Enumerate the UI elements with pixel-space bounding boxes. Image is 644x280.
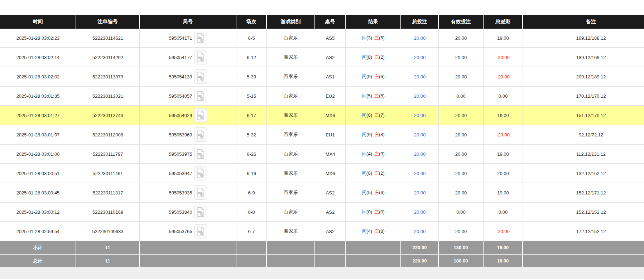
cell-remark: 92.12/72.12 <box>523 125 644 145</box>
table-row[interactable]: 2025-01-28 03:01:07 522230112008 5950539… <box>0 125 644 145</box>
video-replay-button[interactable] <box>194 224 207 238</box>
video-replay-button[interactable] <box>194 89 207 103</box>
table-row[interactable]: 2025-01-28 03:01:35 522230113021 5950540… <box>0 87 644 106</box>
cell-game-type: 百家乐 <box>267 67 315 87</box>
total-bet-value[interactable]: 20.00 <box>414 35 426 41</box>
cell-round-id: 595053935 <box>140 183 236 203</box>
video-replay-button[interactable] <box>194 205 207 219</box>
table-row[interactable]: 2025-01-28 03:01:00 522230111797 5950539… <box>0 145 644 164</box>
result-banker-label: 庄 <box>374 228 379 234</box>
cell-result: 闲(5)庄(6) <box>346 183 401 203</box>
total-bet-value[interactable]: 20.00 <box>414 229 426 234</box>
cell-total-bet: 20.00 <box>401 164 439 183</box>
cell-total-bet: 20.00 <box>401 29 439 48</box>
remark-value: 170.12/170.12 <box>576 93 606 99</box>
cell-valid-bet: 20.00 <box>439 183 484 203</box>
total-bet-value[interactable]: 20.00 <box>414 151 426 157</box>
cell-total-bet: 20.00 <box>401 125 439 145</box>
cell-session: 6-16 <box>236 164 267 183</box>
cell-bet-id: 522230114292 <box>76 48 140 67</box>
round-id-value: 595054177 <box>169 55 192 60</box>
valid-bet-value: 20.00 <box>455 171 467 176</box>
column-header-remark: 备注 <box>523 15 644 29</box>
total-count: 11 <box>76 255 140 267</box>
subtotal-row: 小计 11 220.00 180.00 16.00 <box>0 241 644 255</box>
bet-id-value: 522230112743 <box>92 113 123 118</box>
round-id-value: 595053969 <box>169 132 192 137</box>
total-bet-value[interactable]: 20.00 <box>414 132 426 137</box>
round-id-value: 595053935 <box>169 190 192 195</box>
valid-bet-value: 20.00 <box>455 55 467 60</box>
cell-game-type: 百家乐 <box>267 203 315 222</box>
cell-session: 6-8 <box>236 203 267 222</box>
video-replay-button[interactable] <box>194 69 207 84</box>
video-replay-button[interactable] <box>194 108 207 122</box>
time-value: 2025-01-28 02:59:54 <box>16 229 60 234</box>
cell-payout: 0.00 <box>484 203 523 222</box>
cell-session: 6-26 <box>236 145 267 164</box>
video-replay-button[interactable] <box>194 127 207 142</box>
total-bet-value[interactable]: 20.00 <box>414 93 426 99</box>
total-bet-value[interactable]: 20.00 <box>414 74 426 79</box>
bet-id-value: 522230111797 <box>93 151 123 157</box>
total-bet-value[interactable]: 20.00 <box>414 171 426 176</box>
game-type-value: 百家乐 <box>284 35 298 40</box>
round-id-value: 595054139 <box>169 74 192 79</box>
cell-payout: -20.00 <box>484 125 523 145</box>
game-type-value: 百家乐 <box>284 151 298 156</box>
table-no-value: MX4 <box>326 151 335 157</box>
bet-id-value: 522230113879 <box>92 74 123 79</box>
cell-bet-id: 522230109683 <box>76 222 140 241</box>
result-banker-label: 庄 <box>374 132 379 137</box>
total-bet-value[interactable]: 20.00 <box>414 190 426 195</box>
cell-total-bet: 20.00 <box>401 183 439 203</box>
result-banker-points: (5) <box>379 93 385 98</box>
time-value: 2025-01-28 03:00:51 <box>16 171 60 176</box>
result-banker-points: (8) <box>379 132 385 137</box>
column-header-game-type: 游戏类别 <box>267 15 315 29</box>
table-row[interactable]: 2025-01-28 03:01:27 522230112743 5950540… <box>0 106 644 125</box>
cell-payout: 19.00 <box>484 145 523 164</box>
round-id-value: 595054057 <box>169 93 192 99</box>
total-bet-value[interactable]: 20.00 <box>414 55 426 60</box>
video-replay-button[interactable] <box>194 31 207 45</box>
video-replay-button[interactable] <box>194 50 207 64</box>
cell-bet-id: 522230113021 <box>76 87 140 106</box>
result-player-points: (0) <box>366 209 372 214</box>
cell-table-no: AS2 <box>315 48 346 67</box>
time-value: 2025-01-28 03:00:45 <box>16 190 60 195</box>
game-type-value: 百家乐 <box>284 112 298 118</box>
table-no-value: EU2 <box>326 93 335 99</box>
payout-value: -20.00 <box>496 74 510 79</box>
video-file-icon <box>196 52 205 62</box>
video-replay-button[interactable] <box>194 185 207 200</box>
session-value: 6-17 <box>247 113 256 118</box>
payout-value: 0.00 <box>499 209 508 215</box>
footer-empty-cell <box>140 241 236 255</box>
table-row[interactable]: 2025-01-28 03:00:51 522230111491 5950539… <box>0 164 644 183</box>
cell-result: 闲(4)庄(8) <box>346 222 401 241</box>
session-value: 6-8 <box>248 209 255 215</box>
result-player-label: 闲 <box>362 151 366 156</box>
cell-table-no: MX6 <box>315 106 346 125</box>
table-row[interactable]: 2025-01-28 02:59:54 522230109683 5950537… <box>0 222 644 241</box>
result-player-label: 闲 <box>362 54 366 60</box>
result-player-points: (9) <box>366 132 372 137</box>
table-row[interactable]: 2025-01-28 03:00:12 522230110169 5950538… <box>0 203 644 222</box>
video-replay-button[interactable] <box>194 166 207 180</box>
video-replay-button[interactable] <box>194 147 207 161</box>
cell-time: 2025-01-28 03:02:23 <box>0 29 76 48</box>
cell-table-no: AS2 <box>315 183 346 203</box>
footer-empty-cell <box>315 255 346 267</box>
table-row[interactable]: 2025-01-28 03:02:14 522230114292 5950541… <box>0 48 644 67</box>
bet-id-value: 522230114621 <box>92 35 123 41</box>
footer-empty-cell <box>236 241 267 255</box>
cell-valid-bet: 20.00 <box>439 145 484 164</box>
column-header-bet-id: 注单编号 <box>76 15 140 29</box>
table-row[interactable]: 2025-01-28 03:00:45 522230111317 5950539… <box>0 183 644 203</box>
round-id-value: 595054024 <box>169 113 192 118</box>
table-row[interactable]: 2025-01-28 03:02:02 522230113879 5950541… <box>0 67 644 87</box>
total-bet-value[interactable]: 20.00 <box>414 113 426 118</box>
total-bet-value[interactable]: 20.00 <box>414 209 426 215</box>
table-row[interactable]: 2025-01-28 03:02:23 522230114621 5950541… <box>0 29 644 48</box>
